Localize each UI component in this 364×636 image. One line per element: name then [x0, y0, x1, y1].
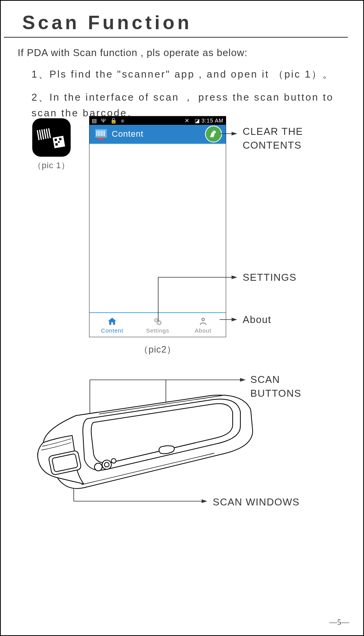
device-illustration	[30, 389, 259, 500]
page-number: —5—	[329, 618, 349, 627]
caption-pic2: （pic2）	[139, 343, 176, 356]
svg-line-3	[44, 129, 46, 139]
tab-settings[interactable]: Settings	[135, 313, 180, 337]
svg-rect-9	[55, 143, 58, 146]
step-1: 1、Pls find the "scanner" app , and open …	[31, 66, 340, 83]
tab-about[interactable]: About	[180, 313, 226, 337]
clear-button[interactable]	[205, 126, 222, 142]
usb-icon: Ψ	[101, 118, 106, 124]
status-bar: ▤ Ψ 🔒 ⍟ ✕ ◪ 3:15 AM	[89, 116, 226, 125]
lock-icon: 🔒	[110, 118, 117, 124]
status-time: 3:15 AM	[202, 118, 223, 124]
svg-rect-7	[55, 139, 57, 141]
svg-rect-8	[59, 138, 62, 141]
tab-about-label: About	[195, 327, 211, 334]
intro-text: If PDA with Scan function , pls operate …	[1, 45, 363, 59]
svg-point-36	[94, 463, 102, 471]
label-about: About	[243, 314, 271, 326]
svg-point-22	[158, 321, 160, 323]
tab-content-label: Content	[101, 327, 123, 334]
svg-point-21	[156, 319, 157, 321]
tab-settings-label: Settings	[146, 327, 169, 334]
tab-content[interactable]: Content	[89, 313, 135, 337]
close-icon: ✕	[185, 118, 190, 124]
svg-line-5	[49, 128, 51, 138]
caption-pic1: （pic 1）	[33, 160, 70, 171]
svg-point-39	[111, 459, 116, 463]
label-clear: CLEAR THECONTENTS	[243, 124, 303, 152]
scanner-app-icon	[32, 118, 71, 157]
svg-line-2	[42, 129, 44, 139]
battery-icon: ◪	[195, 118, 200, 124]
header-title: Content	[112, 129, 144, 139]
label-settings: SETTINGS	[243, 272, 296, 283]
svg-line-1	[40, 130, 41, 140]
svg-point-38	[104, 462, 109, 467]
android-icon: ⍟	[121, 118, 124, 124]
app-screenshot: ▤ Ψ 🔒 ⍟ ✕ ◪ 3:15 AM	[89, 116, 226, 337]
scan-content-area	[89, 143, 226, 313]
svg-marker-18	[95, 137, 107, 140]
svg-rect-10	[58, 141, 60, 143]
barcode-icon	[93, 126, 109, 142]
svg-line-0	[37, 130, 39, 140]
svg-line-4	[46, 129, 48, 139]
svg-point-23	[202, 318, 205, 321]
sim-icon: ▤	[92, 118, 97, 124]
page-title: Scan Function	[4, 1, 348, 38]
